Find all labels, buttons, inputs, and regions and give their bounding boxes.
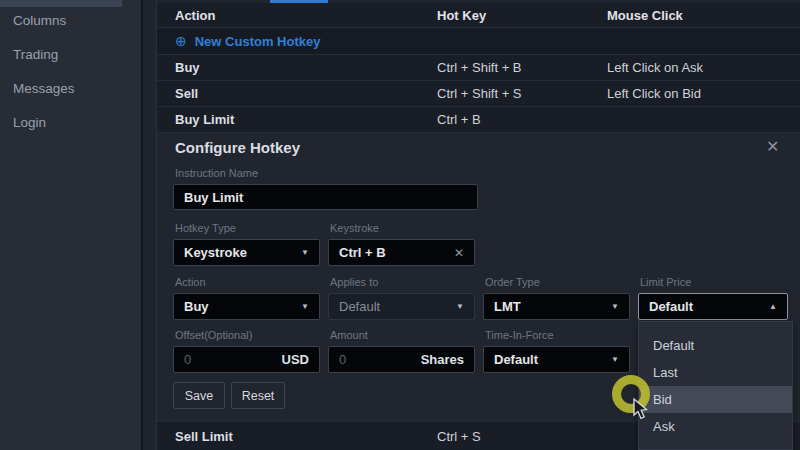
row-action: Sell <box>175 81 198 106</box>
order-type-value: LMT <box>494 299 521 314</box>
action-select[interactable]: Buy ▼ <box>173 293 320 320</box>
row-action: Sell Limit <box>175 422 233 450</box>
chevron-up-icon: ▲ <box>769 302 777 311</box>
action-value: Buy <box>184 299 209 314</box>
dialog-title: Configure Hotkey <box>175 139 300 156</box>
limit-price-dropdown-menu: Default Last Bid Ask Bid/Ask Midpoint <box>638 321 793 450</box>
menu-option-clipped[interactable]: Bid/Ask Midpoint <box>639 440 792 450</box>
time-in-force-value: Default <box>494 352 538 367</box>
action-label: Action <box>175 276 206 288</box>
limit-price-value: Default <box>649 299 693 314</box>
menu-option-default[interactable]: Default <box>639 332 792 359</box>
applies-to-select[interactable]: Default ▼ <box>328 293 475 320</box>
amount-label: Amount <box>330 329 368 341</box>
keystroke-label: Keystroke <box>330 222 379 234</box>
row-mouse: Left Click on Ask <box>607 55 703 80</box>
chevron-down-icon: ▼ <box>301 248 309 257</box>
offset-input[interactable]: 0 USD <box>173 346 320 373</box>
chevron-down-icon: ▼ <box>611 302 619 311</box>
new-custom-hotkey-link[interactable]: ⊕ New Custom Hotkey <box>175 28 320 54</box>
order-type-select[interactable]: LMT ▼ <box>483 293 630 320</box>
offset-placeholder: 0 <box>184 352 191 367</box>
hotkey-type-value: Keystroke <box>184 245 247 260</box>
time-in-force-select[interactable]: Default ▼ <box>483 346 630 373</box>
save-button[interactable]: Save <box>173 382 225 409</box>
hotkey-type-label: Hotkey Type <box>175 222 236 234</box>
instruction-name-value: Buy Limit <box>184 190 243 205</box>
row-action: Buy <box>175 55 200 80</box>
new-custom-hotkey-label: New Custom Hotkey <box>195 34 321 49</box>
chevron-down-icon: ▼ <box>611 355 619 364</box>
applies-to-label: Applies to <box>330 276 378 288</box>
sidebar-item-login[interactable]: Login <box>0 111 141 135</box>
sidebar-selected-item-edge <box>0 0 122 7</box>
chevron-down-icon: ▼ <box>456 302 464 311</box>
instruction-name-input[interactable]: Buy Limit <box>173 184 478 210</box>
sidebar-item-trading[interactable]: Trading <box>0 43 141 67</box>
table-row-sell[interactable]: Sell Ctrl + Shift + S Left Click on Bid <box>157 81 800 107</box>
amount-input[interactable]: 0 Shares <box>328 346 475 373</box>
order-type-label: Order Type <box>485 276 540 288</box>
instruction-name-label: Instruction Name <box>175 167 258 179</box>
chevron-down-icon: ▼ <box>301 302 309 311</box>
menu-option-last[interactable]: Last <box>639 359 792 386</box>
header-mouse-click: Mouse Click <box>607 3 683 27</box>
sidebar: Columns Trading Messages Login <box>0 0 141 450</box>
offset-unit: USD <box>282 352 309 367</box>
sidebar-item-columns[interactable]: Columns <box>0 9 141 33</box>
limit-price-select[interactable]: Default ▲ <box>638 293 788 320</box>
time-in-force-label: Time-In-Force <box>485 329 554 341</box>
new-custom-hotkey-row[interactable]: ⊕ New Custom Hotkey <box>157 28 800 55</box>
amount-unit: Shares <box>421 352 464 367</box>
mouse-cursor-icon <box>633 398 649 420</box>
table-row-buy-limit[interactable]: Buy Limit Ctrl + B <box>157 107 800 133</box>
sidebar-divider <box>141 0 143 450</box>
header-hot-key: Hot Key <box>437 3 486 27</box>
menu-option-bid[interactable]: Bid <box>639 386 792 413</box>
applies-to-value: Default <box>339 299 380 314</box>
offset-label: Offset(Optional) <box>175 329 252 341</box>
plus-circle-icon: ⊕ <box>175 33 187 49</box>
hotkey-type-select[interactable]: Keystroke ▼ <box>173 239 320 266</box>
row-hotkey: Ctrl + Shift + B <box>437 55 522 80</box>
row-action: Buy Limit <box>175 107 234 132</box>
hotkeys-table-header: Action Hot Key Mouse Click <box>157 3 800 28</box>
keystroke-input[interactable]: Ctrl + B ✕ <box>328 239 475 266</box>
reset-button[interactable]: Reset <box>231 382 285 409</box>
menu-option-ask[interactable]: Ask <box>639 413 792 440</box>
sidebar-item-messages[interactable]: Messages <box>0 77 141 101</box>
keystroke-value: Ctrl + B <box>339 245 386 260</box>
header-action: Action <box>175 3 215 27</box>
row-hotkey: Ctrl + Shift + S <box>437 81 522 106</box>
clear-keystroke-icon[interactable]: ✕ <box>454 246 464 260</box>
amount-placeholder: 0 <box>339 352 346 367</box>
table-row-buy[interactable]: Buy Ctrl + Shift + B Left Click on Ask <box>157 55 800 81</box>
row-hotkey: Ctrl + S <box>437 422 481 450</box>
limit-price-label: Limit Price <box>640 276 691 288</box>
row-hotkey: Ctrl + B <box>437 107 481 132</box>
row-mouse: Left Click on Bid <box>607 81 701 106</box>
close-icon[interactable]: ✕ <box>766 137 779 156</box>
